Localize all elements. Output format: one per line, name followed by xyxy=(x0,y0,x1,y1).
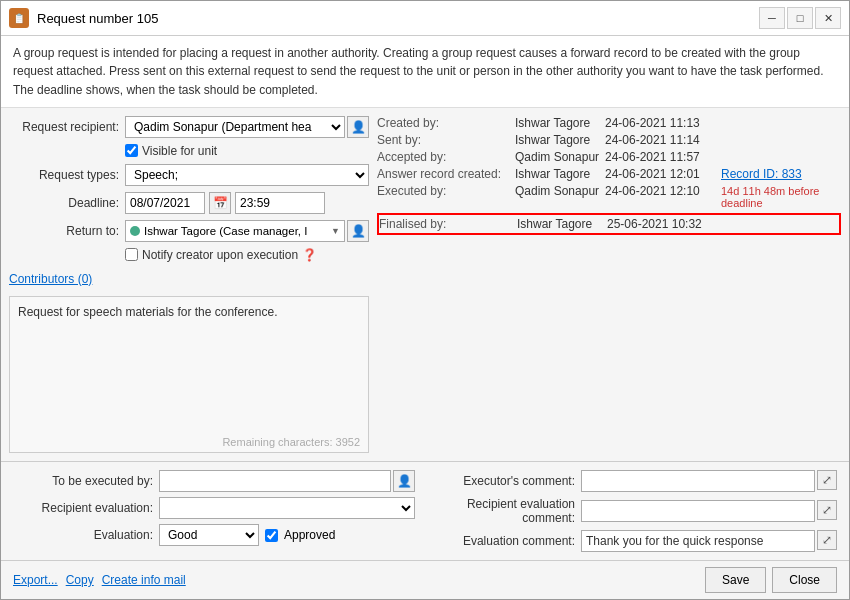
approved-label: Approved xyxy=(284,528,335,542)
eval-comment-expand-button[interactable]: ⤢ xyxy=(817,530,837,550)
executed-by-name: Qadim Sonapur xyxy=(515,184,605,198)
accepted-by-row: Accepted by: Qadim Sonapur 24-06-2021 11… xyxy=(377,150,841,164)
info-grid: Created by: Ishwar Tagore 24-06-2021 11:… xyxy=(377,116,841,235)
request-types-select[interactable]: Speech; xyxy=(125,164,369,186)
recipient-eval-comment-expand-button[interactable]: ⤢ xyxy=(817,500,837,520)
request-recipient-person-button[interactable]: 👤 xyxy=(347,116,369,138)
evaluation-select[interactable]: Good xyxy=(159,524,259,546)
request-text-content: Request for speech materials for the con… xyxy=(18,305,360,319)
answer-record-row: Answer record created: Ishwar Tagore 24-… xyxy=(377,167,841,181)
request-recipient-select[interactable]: Qadim Sonapur (Department hea xyxy=(125,116,345,138)
answer-record-name: Ishwar Tagore xyxy=(515,167,605,181)
person-icon-3: 👤 xyxy=(397,474,412,488)
finalised-by-row: Finalised by: Ishwar Tagore 25-06-2021 1… xyxy=(377,213,841,235)
content-area: Request recipient: Qadim Sonapur (Depart… xyxy=(1,108,849,461)
executed-by-date: 24-06-2021 12:10 xyxy=(605,184,715,198)
finalised-by-name: Ishwar Tagore xyxy=(517,217,607,231)
save-button[interactable]: Save xyxy=(705,567,766,593)
created-by-row: Created by: Ishwar Tagore 24-06-2021 11:… xyxy=(377,116,841,130)
dropdown-arrow: ▼ xyxy=(331,226,340,236)
contributors-row: Contributors (0) xyxy=(9,272,369,286)
sent-by-row: Sent by: Ishwar Tagore 24-06-2021 11:14 xyxy=(377,133,841,147)
eval-comment-input[interactable] xyxy=(581,530,815,552)
visible-for-unit-checkbox[interactable] xyxy=(125,144,138,157)
minimize-button[interactable]: ─ xyxy=(759,7,785,29)
finalised-by-label: Finalised by: xyxy=(379,217,517,231)
recipient-evaluation-row: Recipient evaluation: xyxy=(13,497,415,519)
answer-record-label: Answer record created: xyxy=(377,167,515,181)
maximize-button[interactable]: □ xyxy=(787,7,813,29)
eval-comment-label: Evaluation comment: xyxy=(435,534,575,548)
title-bar: 📋 Request number 105 ─ □ ✕ xyxy=(1,1,849,36)
right-panel: Created by: Ishwar Tagore 24-06-2021 11:… xyxy=(377,116,841,453)
evaluation-label: Evaluation: xyxy=(13,528,153,542)
window-title: Request number 105 xyxy=(37,11,158,26)
title-left: 📋 Request number 105 xyxy=(9,8,158,28)
recipient-eval-comment-label: Recipient evaluation comment: xyxy=(435,497,575,525)
eval-comment-row: Evaluation comment: ⤢ xyxy=(435,530,837,552)
to-be-executed-label: To be executed by: xyxy=(13,474,153,488)
to-be-executed-row: To be executed by: 👤 xyxy=(13,470,415,492)
notify-checkbox[interactable] xyxy=(125,248,138,261)
deadline-row: Deadline: 📅 xyxy=(9,192,369,214)
expand-icon: ⤢ xyxy=(822,473,832,487)
calendar-button[interactable]: 📅 xyxy=(209,192,231,214)
recipient-eval-comment-row: Recipient evaluation comment: ⤢ xyxy=(435,497,837,525)
created-by-name: Ishwar Tagore xyxy=(515,116,605,130)
footer: Export... Copy Create info mail Save Clo… xyxy=(1,560,849,599)
person-icon: 👤 xyxy=(351,120,366,134)
export-link[interactable]: Export... xyxy=(13,573,58,587)
bottom-left-col: To be executed by: 👤 Recipient evaluatio… xyxy=(13,470,415,552)
visible-for-unit-label: Visible for unit xyxy=(142,144,217,158)
recipient-evaluation-select[interactable] xyxy=(159,497,415,519)
return-to-row: Return to: Ishwar Tagore (Case manager, … xyxy=(9,220,369,242)
deadline-date-input[interactable] xyxy=(125,192,205,214)
created-by-label: Created by: xyxy=(377,116,515,130)
contributors-link[interactable]: Contributors (0) xyxy=(9,268,92,290)
sent-by-name: Ishwar Tagore xyxy=(515,133,605,147)
close-button[interactable]: Close xyxy=(772,567,837,593)
executors-comment-input[interactable] xyxy=(581,470,815,492)
bottom-form: To be executed by: 👤 Recipient evaluatio… xyxy=(1,461,849,560)
approved-checkbox[interactable] xyxy=(265,529,278,542)
executors-comment-label: Executor's comment: xyxy=(435,474,575,488)
create-info-link[interactable]: Create info mail xyxy=(102,573,186,587)
recipient-eval-comment-input[interactable] xyxy=(581,500,815,522)
accepted-by-name: Qadim Sonapur xyxy=(515,150,605,164)
recipient-evaluation-label: Recipient evaluation: xyxy=(13,501,153,515)
remaining-chars: Remaining characters: 3952 xyxy=(222,436,360,448)
deadline-time-input[interactable] xyxy=(235,192,325,214)
help-icon: ❓ xyxy=(302,248,317,262)
request-recipient-label: Request recipient: xyxy=(9,120,119,134)
close-window-button[interactable]: ✕ xyxy=(815,7,841,29)
recipient-evaluation-group xyxy=(159,497,415,519)
executors-comment-expand-button[interactable]: ⤢ xyxy=(817,470,837,490)
request-text-area[interactable]: Request for speech materials for the con… xyxy=(9,296,369,453)
executed-by-row: Executed by: Qadim Sonapur 24-06-2021 12… xyxy=(377,184,841,209)
sent-by-date: 24-06-2021 11:14 xyxy=(605,133,715,147)
notify-label: Notify creator upon execution xyxy=(142,248,298,262)
created-by-date: 24-06-2021 11:13 xyxy=(605,116,715,130)
visible-for-unit-row: Visible for unit xyxy=(125,144,369,158)
copy-link[interactable]: Copy xyxy=(66,573,94,587)
return-to-label: Return to: xyxy=(9,224,119,238)
finalised-by-date: 25-06-2021 10:32 xyxy=(607,217,717,231)
request-types-label: Request types: xyxy=(9,168,119,182)
deadline-label: Deadline: xyxy=(9,196,119,210)
expand-icon-3: ⤢ xyxy=(822,533,832,547)
left-panel: Request recipient: Qadim Sonapur (Depart… xyxy=(9,116,369,453)
answer-record-date: 24-06-2021 12:01 xyxy=(605,167,715,181)
record-id-link[interactable]: Record ID: 833 xyxy=(721,167,802,181)
evaluation-row: Evaluation: Good Approved xyxy=(13,524,415,546)
return-to-person-button[interactable]: 👤 xyxy=(347,220,369,242)
bottom-right-col: Executor's comment: ⤢ Recipient evaluati… xyxy=(435,470,837,552)
sent-by-label: Sent by: xyxy=(377,133,515,147)
main-window: 📋 Request number 105 ─ □ ✕ A group reque… xyxy=(0,0,850,600)
request-types-row: Request types: Speech; xyxy=(9,164,369,186)
to-be-executed-person-button[interactable]: 👤 xyxy=(393,470,415,492)
title-controls: ─ □ ✕ xyxy=(759,7,841,29)
person-icon-2: 👤 xyxy=(351,224,366,238)
deadline-date-group: 📅 xyxy=(125,192,325,214)
executed-extra: 14d 11h 48m before deadline xyxy=(721,185,841,209)
to-be-executed-input[interactable] xyxy=(159,470,391,492)
